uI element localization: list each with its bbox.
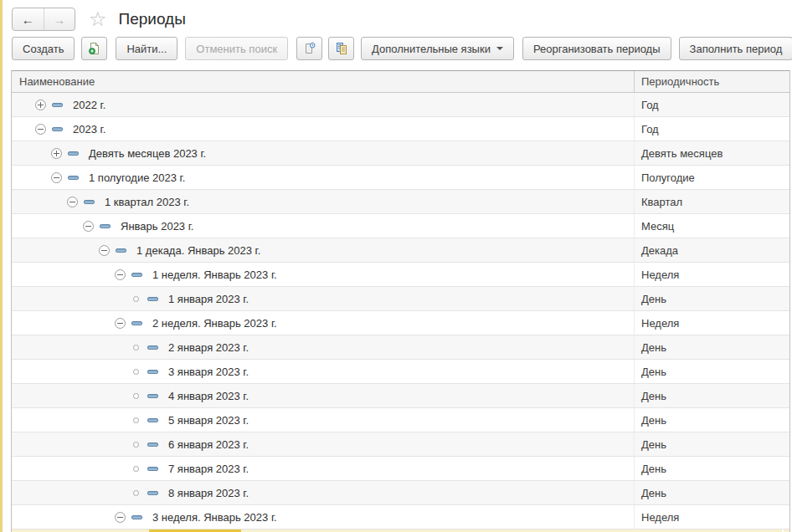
table-row[interactable]: 5 января 2023 г.День — [12, 408, 789, 432]
name-cell[interactable]: 1 полугодие 2023 г. — [12, 166, 635, 189]
name-cell[interactable]: 5 января 2023 г. — [12, 408, 635, 432]
create-group-button[interactable] — [81, 37, 107, 60]
table-row[interactable]: 3 января 2023 г.День — [12, 360, 789, 384]
table-row[interactable]: 1 декада. Январь 2023 г.Декада — [12, 238, 789, 263]
table-header: Наименование Периодичность — [12, 70, 789, 93]
find-button[interactable]: Найти... — [116, 37, 177, 60]
name-cell[interactable]: 1 января 2023 г. — [12, 287, 635, 310]
favorite-star-icon[interactable]: ☆ — [89, 9, 107, 29]
table-row[interactable]: 2 неделя. Январь 2023 г.Неделя — [12, 311, 789, 335]
name-cell[interactable]: 1 квартал 2023 г. — [12, 190, 635, 213]
periodicity-value: День — [635, 287, 789, 310]
tree-indent — [12, 153, 51, 154]
tree-indent — [12, 371, 131, 372]
reorganize-periods-button[interactable]: Реорганизовать периоды — [522, 37, 671, 60]
period-name: 3 неделя. Январь 2023 г. — [152, 511, 277, 524]
leaf-icon — [131, 391, 141, 402]
additional-languages-button[interactable]: Дополнительные языки — [361, 37, 514, 60]
name-cell[interactable]: 1 неделя. Январь 2023 г. — [12, 263, 635, 286]
create-button[interactable]: Создать — [12, 37, 75, 60]
periodicity-value: День — [635, 360, 789, 383]
additional-languages-label: Дополнительные языки — [372, 43, 491, 55]
set-interval-button[interactable] — [296, 37, 322, 60]
period-name: Девять месяцев 2023 г. — [89, 147, 206, 160]
period-group-icon — [147, 394, 158, 398]
table-row[interactable]: 2022 г.Год — [12, 93, 789, 117]
periodicity-value: Неделя — [635, 263, 789, 286]
period-name: 1 января 2023 г. — [168, 293, 249, 305]
collapse-icon[interactable] — [115, 512, 126, 523]
back-button[interactable]: ← — [13, 8, 44, 30]
table-row[interactable]: Девять месяцев 2023 г.Девять месяцев — [12, 141, 789, 166]
document-clock-icon — [303, 42, 316, 55]
tree-indent — [12, 274, 115, 275]
period-group-icon — [52, 103, 63, 107]
period-name: 2022 г. — [73, 99, 105, 111]
period-name: 5 января 2023 г. — [168, 414, 249, 427]
collapse-icon[interactable] — [83, 221, 94, 232]
name-cell[interactable]: 6 января 2023 г. — [12, 432, 635, 456]
period-name: 1 декада. Январь 2023 г. — [136, 244, 260, 257]
tree-indent — [12, 177, 51, 178]
table-row[interactable]: 8 января 2023 г.День — [12, 481, 789, 505]
collapse-icon[interactable] — [67, 197, 78, 207]
collapse-icon[interactable] — [35, 124, 46, 135]
leaf-circle-icon — [133, 345, 139, 350]
table-row[interactable]: 1 января 2023 г.День — [12, 287, 789, 311]
period-name: 7 января 2023 г. — [168, 463, 249, 475]
name-cell[interactable]: 3 января 2023 г. — [12, 360, 635, 383]
name-cell[interactable]: 8 января 2023 г. — [12, 481, 635, 504]
name-cell[interactable]: Январь 2023 г. — [12, 214, 635, 238]
name-cell[interactable]: 1 декада. Январь 2023 г. — [12, 238, 635, 262]
column-header-periodicity[interactable]: Периодичность — [635, 71, 789, 92]
chevron-down-icon — [496, 47, 503, 50]
document-green-plus-icon — [88, 42, 101, 55]
tree-indent — [12, 517, 115, 518]
period-group-icon — [100, 224, 111, 228]
fill-period-button[interactable]: Заполнить период — [679, 37, 792, 60]
collapse-icon[interactable] — [115, 269, 126, 280]
table-row[interactable]: 2 января 2023 г.День — [12, 335, 789, 360]
table-row[interactable]: 2023 г.Год — [12, 117, 789, 141]
expand-icon[interactable] — [35, 100, 46, 110]
name-cell[interactable]: 2022 г. — [12, 93, 635, 116]
collapse-icon[interactable] — [99, 245, 110, 256]
period-name: 6 января 2023 г. — [168, 438, 249, 451]
leaf-icon — [131, 366, 141, 377]
period-name: Январь 2023 г. — [121, 220, 193, 233]
period-group-icon — [147, 491, 158, 495]
table-row[interactable]: 1 полугодие 2023 г.Полугодие — [12, 166, 789, 190]
table-row[interactable]: 1 неделя. Январь 2023 г.Неделя — [12, 263, 789, 287]
name-cell[interactable]: 3 неделя. Январь 2023 г. — [12, 505, 635, 529]
table-row[interactable]: 3 неделя. Январь 2023 г.Неделя — [12, 505, 789, 529]
name-cell[interactable]: 4 января 2023 г. — [12, 384, 635, 407]
leaf-icon — [131, 439, 141, 450]
period-name: 2023 г. — [73, 123, 105, 136]
collapse-icon[interactable] — [51, 172, 62, 183]
leaf-icon — [131, 488, 141, 499]
period-name: 2 неделя. Январь 2023 г. — [152, 317, 277, 330]
page-title: Периоды — [119, 10, 186, 28]
nav-row: ← → ☆ Периоды — [12, 7, 186, 32]
periodicity-value: Неделя — [635, 311, 789, 335]
table-row[interactable]: 6 января 2023 г.День — [12, 432, 789, 457]
tree-indent — [12, 250, 99, 251]
name-cell[interactable]: 2 неделя. Январь 2023 г. — [12, 311, 635, 335]
expand-icon[interactable] — [51, 148, 62, 159]
tree-indent — [12, 202, 67, 202]
table-row[interactable]: 4 января 2023 г.День — [12, 384, 789, 408]
forward-button[interactable]: → — [44, 8, 75, 30]
name-cell[interactable]: 2 января 2023 г. — [12, 335, 635, 359]
collapse-icon[interactable] — [115, 318, 126, 329]
column-header-name[interactable]: Наименование — [12, 71, 635, 92]
name-cell[interactable]: Девять месяцев 2023 г. — [12, 141, 635, 165]
output-list-button[interactable] — [328, 37, 354, 60]
name-cell[interactable]: 2023 г. — [12, 117, 635, 141]
leaf-circle-icon — [133, 490, 139, 496]
periodicity-value: Квартал — [635, 190, 789, 213]
table-row[interactable]: 1 квартал 2023 г.Квартал — [12, 190, 789, 214]
table-row[interactable]: Январь 2023 г.Месяц — [12, 214, 789, 238]
period-group-icon — [147, 467, 158, 471]
name-cell[interactable]: 7 января 2023 г. — [12, 457, 635, 480]
table-row[interactable]: 7 января 2023 г.День — [12, 457, 789, 481]
